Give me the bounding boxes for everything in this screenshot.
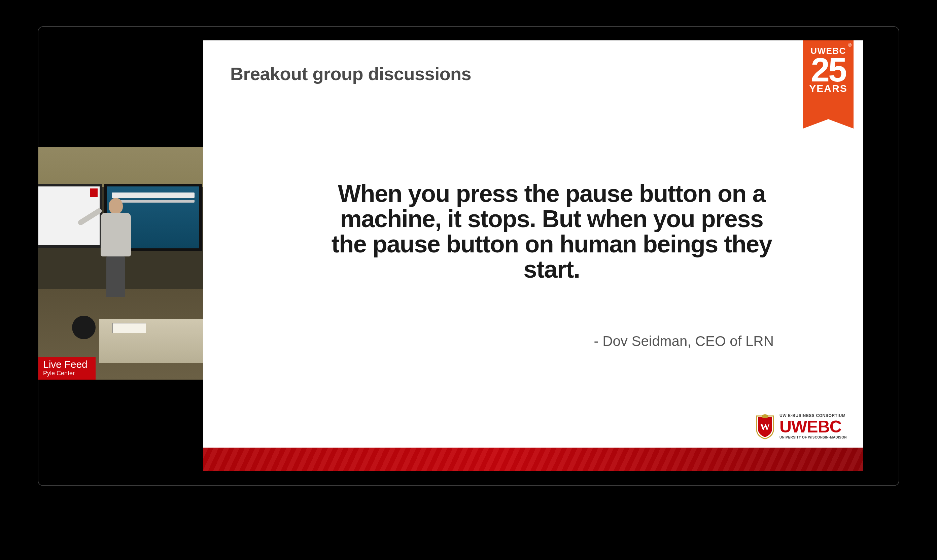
uwebc-logo: W UW E-BUSINESS CONSORTIUM UWEBC UNIVERS… xyxy=(755,413,847,440)
live-camera-feed: Live Feed Pyle Center xyxy=(38,147,203,380)
live-feed-title: Live Feed xyxy=(43,359,91,370)
slide-quote: When you press the pause button on a mac… xyxy=(325,181,779,282)
presentation-slide: Breakout group discussions ® UWEBC 25 YE… xyxy=(203,40,863,471)
registered-mark: ® xyxy=(848,42,851,48)
logo-wordmark: UWEBC xyxy=(780,418,847,435)
mini-ribbon-icon xyxy=(90,188,98,197)
ribbon-number: 25 xyxy=(803,55,854,84)
logo-tagline-bottom: UNIVERSITY OF WISCONSIN-MADISON xyxy=(780,436,847,439)
live-feed-label: Live Feed Pyle Center xyxy=(38,357,95,380)
presenter-figure xyxy=(97,198,134,295)
live-feed-location: Pyle Center xyxy=(43,370,91,377)
anniversary-ribbon: ® UWEBC 25 YEARS xyxy=(803,40,854,119)
wisconsin-shield-icon: W xyxy=(755,413,775,440)
logo-text-block: UW E-BUSINESS CONSORTIUM UWEBC UNIVERSIT… xyxy=(780,414,847,439)
video-player-frame[interactable]: Live Feed Pyle Center Breakout group dis… xyxy=(38,26,899,486)
mini-window-bar xyxy=(112,192,195,198)
room-background xyxy=(38,147,203,187)
quote-attribution: - Dov Seidman, CEO of LRN xyxy=(203,333,774,349)
slide-heading: Breakout group discussions xyxy=(230,63,471,84)
slide-footer-bar xyxy=(203,448,863,471)
podium xyxy=(99,319,203,363)
shield-letter: W xyxy=(760,421,770,432)
audience-silhouette xyxy=(72,316,95,339)
podium-panel xyxy=(112,323,146,333)
ribbon-years: YEARS xyxy=(803,83,854,94)
svg-point-0 xyxy=(762,414,768,418)
